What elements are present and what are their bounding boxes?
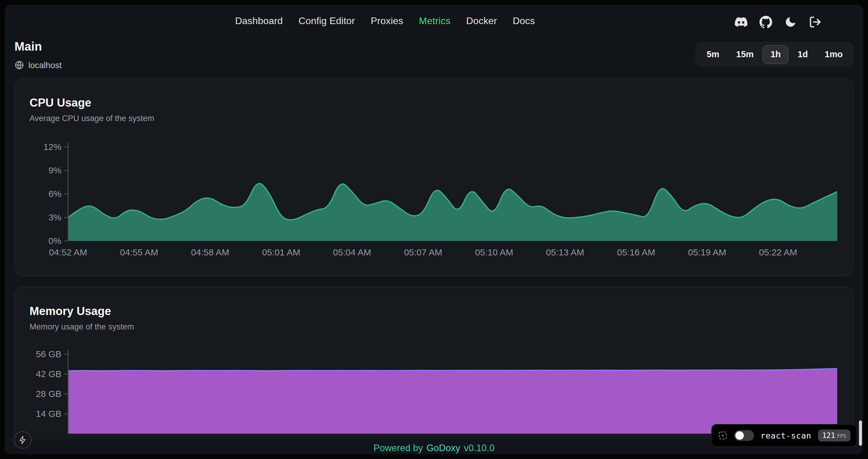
react-scan-toggle[interactable] xyxy=(734,430,754,441)
svg-text:05:19 AM: 05:19 AM xyxy=(688,247,726,257)
svg-text:42 GB: 42 GB xyxy=(36,369,61,379)
header-icon-row xyxy=(734,14,822,29)
memory-card-subtitle: Memory usage of the system xyxy=(30,322,838,331)
main-nav: Dashboard Config Editor Proxies Metrics … xyxy=(235,16,535,27)
svg-text:3%: 3% xyxy=(49,212,61,222)
cpu-card-title: CPU Usage xyxy=(30,96,838,110)
svg-text:56 GB: 56 GB xyxy=(36,349,61,359)
svg-text:05:04 AM: 05:04 AM xyxy=(333,247,371,257)
time-range-15m[interactable]: 15m xyxy=(728,45,762,64)
logout-icon xyxy=(809,15,821,28)
svg-text:05:13 AM: 05:13 AM xyxy=(546,247,584,257)
fps-badge: 121FPS xyxy=(818,429,850,441)
nav-item-docker[interactable]: Docker xyxy=(466,16,497,27)
svg-text:9%: 9% xyxy=(49,165,61,175)
version-label: v0.10.0 xyxy=(464,443,495,454)
github-button[interactable] xyxy=(758,14,773,29)
nav-item-proxies[interactable]: Proxies xyxy=(371,16,403,27)
nav-item-docs[interactable]: Docs xyxy=(513,16,535,27)
memory-usage-card: Memory Usage Memory usage of the system … xyxy=(14,287,854,439)
app-root: Dashboard Config Editor Proxies Metrics … xyxy=(0,0,868,459)
cpu-card-subtitle: Average CPU usage of the system xyxy=(30,114,838,123)
scrollbar-thumb[interactable] xyxy=(859,421,862,446)
github-icon xyxy=(759,15,772,28)
host-label: localhost xyxy=(28,60,62,70)
memory-usage-chart[interactable]: 14 GB28 GB42 GB56 GB xyxy=(30,346,840,434)
svg-text:05:22 AM: 05:22 AM xyxy=(759,247,797,257)
powered-by-label: Powered by xyxy=(373,443,423,454)
svg-text:0%: 0% xyxy=(49,236,61,246)
fps-unit: FPS xyxy=(837,433,846,439)
cpu-chart-area: 0%3%6%9%12%04:52 AM04:55 AM04:58 AM05:01… xyxy=(30,137,838,258)
nav-item-metrics[interactable]: Metrics xyxy=(419,16,451,27)
toggle-knob xyxy=(735,431,744,440)
svg-text:05:10 AM: 05:10 AM xyxy=(475,247,513,257)
react-scan-widget: react-scan 121FPS xyxy=(711,424,857,447)
svg-text:28 GB: 28 GB xyxy=(36,389,61,399)
svg-text:6%: 6% xyxy=(49,189,61,199)
time-range-5m[interactable]: 5m xyxy=(699,45,727,64)
react-scan-label: react-scan xyxy=(761,431,811,440)
moon-icon xyxy=(784,15,797,28)
globe-icon xyxy=(14,60,24,70)
time-range-selector: 5m 15m 1h 1d 1mo xyxy=(696,42,854,66)
discord-button[interactable] xyxy=(734,14,748,29)
discord-icon xyxy=(735,15,747,28)
memory-chart-area: 14 GB28 GB42 GB56 GB xyxy=(30,346,838,434)
page: Dashboard Config Editor Proxies Metrics … xyxy=(5,5,863,454)
time-range-1d[interactable]: 1d xyxy=(790,45,816,64)
memory-card-title: Memory Usage xyxy=(30,304,838,318)
time-range-1h[interactable]: 1h xyxy=(763,45,789,64)
inspect-icon[interactable] xyxy=(718,431,727,440)
dark-mode-toggle-button[interactable] xyxy=(783,14,798,29)
fps-value: 121 xyxy=(822,431,835,440)
cpu-usage-card: CPU Usage Average CPU usage of the syste… xyxy=(14,78,854,276)
svg-text:04:58 AM: 04:58 AM xyxy=(191,247,229,257)
host-row: localhost xyxy=(14,60,62,70)
svg-text:05:01 AM: 05:01 AM xyxy=(262,247,300,257)
svg-text:04:55 AM: 04:55 AM xyxy=(120,247,158,257)
svg-text:12%: 12% xyxy=(43,142,61,152)
godoxy-link[interactable]: GoDoxy xyxy=(427,443,460,454)
svg-text:05:16 AM: 05:16 AM xyxy=(617,247,655,257)
page-title: Main xyxy=(14,40,42,54)
lightning-icon xyxy=(18,435,27,445)
logout-button[interactable] xyxy=(808,14,822,29)
time-range-1mo[interactable]: 1mo xyxy=(817,45,850,64)
svg-text:14 GB: 14 GB xyxy=(36,409,61,419)
svg-text:05:07 AM: 05:07 AM xyxy=(404,247,442,257)
nav-item-config-editor[interactable]: Config Editor xyxy=(299,16,355,27)
svg-text:04:52 AM: 04:52 AM xyxy=(49,247,87,257)
nav-item-dashboard[interactable]: Dashboard xyxy=(235,16,283,27)
cpu-usage-chart[interactable]: 0%3%6%9%12%04:52 AM04:55 AM04:58 AM05:01… xyxy=(30,137,840,258)
lightning-button[interactable] xyxy=(14,431,31,449)
